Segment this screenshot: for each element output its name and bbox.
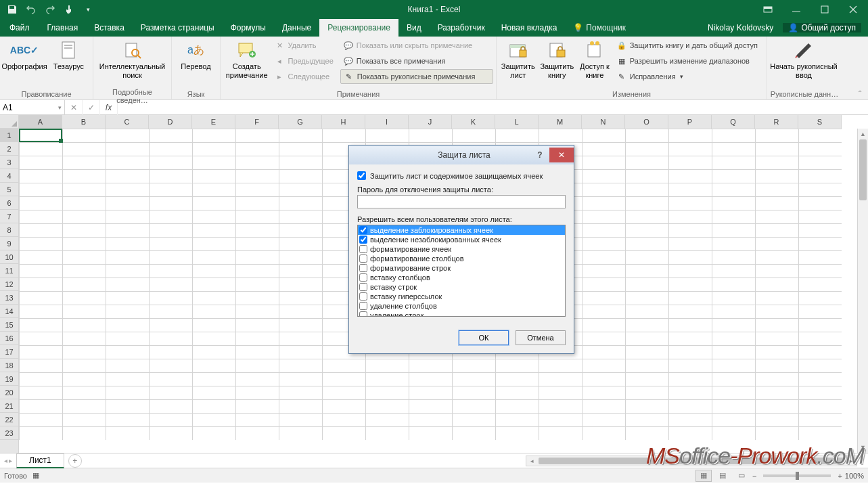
tab-developer[interactable]: Разработчик [430,19,493,37]
column-headers[interactable]: ABCDEFGHIJKLMNOPQRS [19,115,842,129]
formula-input[interactable] [118,101,868,114]
ok-button[interactable]: ОК [459,330,509,345]
column-header[interactable]: C [106,115,149,129]
permission-checkbox[interactable] [359,236,367,244]
share-workbook-button[interactable]: Доступ к книге [577,38,612,87]
cancel-formula-icon[interactable]: ✕ [65,100,83,115]
permission-checkbox[interactable] [359,254,367,263]
tab-scroll-right-icon[interactable]: ▸ [9,457,12,464]
save-icon[interactable] [4,1,20,18]
touch-mode-icon[interactable] [61,1,77,18]
row-headers[interactable]: 1234567891011121314151617181920212223 [0,129,19,453]
row-header[interactable]: 22 [0,413,18,426]
tab-page-layout[interactable]: Разметка страницы [133,19,223,37]
row-header[interactable]: 14 [0,305,18,318]
collapse-ribbon-icon[interactable]: ⌃ [854,87,865,98]
permission-checkbox[interactable] [359,311,367,317]
row-header[interactable]: 1 [0,129,18,142]
permission-checkbox[interactable] [359,302,367,310]
protect-sheet-button[interactable]: Защитить лист [499,38,537,87]
vertical-scrollbar[interactable]: ▲ ▼ [857,129,868,453]
permission-checkbox[interactable] [359,264,367,272]
share-button[interactable]: 👤Общий доступ [783,23,861,32]
permission-item[interactable]: форматирование столбцов [358,254,565,263]
show-hide-comment-button[interactable]: 💬Показать или скрыть примечание [340,38,493,53]
column-header[interactable]: P [668,115,712,129]
row-header[interactable]: 7 [0,210,18,223]
maximize-icon[interactable] [811,0,838,19]
column-header[interactable]: M [539,115,582,129]
dialog-help-icon[interactable]: ? [530,148,549,162]
track-changes-button[interactable]: ✎Исправления▾ [614,69,764,84]
column-header[interactable]: E [192,115,235,129]
select-all-corner[interactable] [0,115,19,129]
tab-formulas[interactable]: Формулы [223,19,274,37]
column-header[interactable]: D [149,115,192,129]
permission-item[interactable]: вставку строк [358,282,565,292]
column-header[interactable]: F [235,115,279,129]
user-name[interactable]: Nikolay Koldovsky [708,23,773,32]
protect-contents-checkbox[interactable]: Защитить лист и содержимое защищаемых яч… [357,171,566,180]
column-header[interactable]: G [279,115,322,129]
column-header[interactable]: A [19,115,62,129]
column-header[interactable]: L [495,115,539,129]
normal-view-icon[interactable]: ▦ [695,470,712,482]
tab-new[interactable]: Новая вкладка [493,19,566,37]
redo-icon[interactable] [42,1,58,18]
permission-item[interactable]: вставку гиперссылок [358,292,565,301]
column-header[interactable]: H [322,115,365,129]
permission-checkbox[interactable] [359,226,367,234]
row-header[interactable]: 10 [0,250,18,264]
horizontal-scrollbar[interactable]: ◂ ▸ [526,456,857,466]
row-header[interactable]: 9 [0,237,18,250]
row-header[interactable]: 2 [0,142,18,156]
prev-comment-button[interactable]: ◂Предыдущее [271,53,338,68]
permission-item[interactable]: форматирование ячеек [358,244,565,254]
delete-comment-button[interactable]: ✕Удалить [271,38,338,53]
tab-home[interactable]: Главная [39,19,87,37]
start-inking-button[interactable]: Начать рукописный ввод [770,38,838,87]
qat-customize-icon[interactable]: ▾ [80,1,96,18]
zoom-level[interactable]: 100% [845,472,864,480]
row-header[interactable]: 18 [0,359,18,372]
row-header[interactable]: 15 [0,318,18,332]
macro-record-icon[interactable]: ▦ [32,471,39,480]
undo-icon[interactable] [23,1,39,18]
row-header[interactable]: 23 [0,426,18,440]
protect-and-share-button[interactable]: 🔒Защитить книгу и дать общий доступ [614,38,764,53]
active-cell[interactable] [19,129,62,142]
tab-review[interactable]: Рецензирование [319,19,398,37]
column-header[interactable]: I [365,115,409,129]
next-comment-button[interactable]: ▸Следующее [271,69,338,84]
minimize-icon[interactable] [783,0,810,19]
permission-checkbox[interactable] [359,292,367,301]
tab-view[interactable]: Вид [398,19,430,37]
row-header[interactable]: 8 [0,223,18,237]
page-break-view-icon[interactable]: ▭ [733,470,750,482]
column-header[interactable]: N [582,115,625,129]
column-header[interactable]: R [755,115,798,129]
smart-lookup-button[interactable]: Интеллектуальный поиск [96,38,168,87]
row-header[interactable]: 5 [0,183,18,196]
scroll-left-icon[interactable]: ◂ [526,458,537,464]
row-header[interactable]: 21 [0,399,18,413]
permission-item[interactable]: выделение заблокированных ячеек [358,225,565,235]
column-header[interactable]: Q [712,115,755,129]
permission-item[interactable]: форматирование строк [358,263,565,273]
row-header[interactable]: 20 [0,386,18,399]
zoom-slider[interactable] [763,474,831,477]
column-header[interactable]: S [798,115,842,129]
row-header[interactable]: 13 [0,291,18,305]
permission-item[interactable]: выделение незаблокированных ячеек [358,235,565,244]
allow-edit-ranges-button[interactable]: ▦Разрешить изменение диапазонов [614,53,764,68]
tab-scroll-left-icon[interactable]: ◂ [4,457,7,464]
row-header[interactable]: 16 [0,332,18,345]
protect-workbook-button[interactable]: Защитить книгу [539,38,576,87]
tab-data[interactable]: Данные [274,19,319,37]
ribbon-display-icon[interactable] [754,0,781,19]
tab-file[interactable]: Файл [0,19,39,37]
new-comment-button[interactable]: Создать примечание [223,38,270,87]
show-ink-button[interactable]: ✎Показать рукописные примечания [340,69,493,84]
scroll-down-icon[interactable]: ▼ [858,442,868,453]
column-header[interactable]: B [62,115,106,129]
